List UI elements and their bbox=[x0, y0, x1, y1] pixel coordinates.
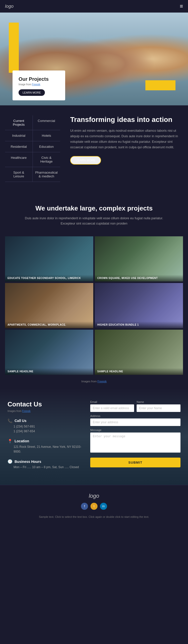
nav-transform-section: Current Projects Commercial Industrial H… bbox=[0, 105, 188, 192]
nav-row-3: Residential Education bbox=[5, 141, 60, 152]
nav-row-4: Healthcare Civic & Heritage bbox=[5, 152, 60, 167]
transform-learn-more-button[interactable]: LEARN MORE bbox=[70, 156, 101, 165]
footer-note: Sample text. Click to select the text bo… bbox=[5, 515, 183, 519]
footer-logo: logo bbox=[5, 493, 183, 499]
nav-item-hotels[interactable]: Hotels bbox=[33, 130, 60, 141]
message-label: Message bbox=[90, 428, 180, 432]
facebook-icon[interactable]: f bbox=[81, 503, 88, 510]
project-tile-5-label: SAMPLE HEADLINE bbox=[5, 368, 93, 375]
project-tile-6[interactable]: SAMPLE HEADLINE bbox=[95, 330, 183, 375]
twitter-icon[interactable]: t bbox=[90, 503, 98, 510]
submit-button[interactable]: SUBMIT bbox=[90, 458, 180, 467]
transform-content: Transforming ideas into action Ut enim a… bbox=[68, 115, 183, 182]
project-tile-6-label: SAMPLE HEADLINE bbox=[95, 368, 183, 375]
project-tile-4[interactable]: HIGHER EDUCATION BUNDLE 1 bbox=[95, 283, 183, 328]
contact-phone-1: 1 (234) 567-891 bbox=[8, 424, 83, 429]
project-tile-3-label: APARTMENTS, COMMERCIAL, WORKPLACE. bbox=[5, 321, 93, 328]
nav-item-residential[interactable]: Residential bbox=[5, 141, 33, 152]
contact-location-label: 📍 Location bbox=[8, 439, 83, 444]
project-tile-2[interactable]: CROWN SQUARE, MIXED USE DEVELOPMENT bbox=[95, 236, 183, 281]
nav-item-sport-leisure[interactable]: Sport & Leisure bbox=[5, 167, 33, 182]
project-tile-3[interactable]: APARTMENTS, COMMERCIAL, WORKPLACE. bbox=[5, 283, 93, 328]
contact-images-credit: Images from Freepik bbox=[8, 410, 83, 412]
nav-row-5: Sport & Leisure Pharmaceutical & medtech bbox=[5, 167, 60, 182]
email-label: Email bbox=[90, 400, 134, 403]
project-tile-2-label: CROWN SQUARE, MIXED USE DEVELOPMENT bbox=[95, 275, 183, 281]
hamburger-menu[interactable]: ≡ bbox=[180, 3, 183, 10]
transform-title: Transforming ideas into action bbox=[70, 115, 183, 124]
contact-business-hours: 🕐 Business Hours Mon – Fri ..... 10 am –… bbox=[8, 459, 83, 470]
social-icons: f t in bbox=[5, 503, 183, 510]
project-tile-5[interactable]: SAMPLE HEADLINE bbox=[5, 330, 93, 375]
large-projects-description: Duis aute irure dolor in reprehenderit i… bbox=[24, 216, 164, 226]
location-icon: 📍 bbox=[8, 439, 13, 444]
nav-item-current-projects[interactable]: Current Projects bbox=[5, 115, 33, 130]
transform-description: Ut enim ad minim veniam, quis nostrud ex… bbox=[70, 128, 183, 150]
form-group-email: Email bbox=[90, 400, 134, 412]
nav-item-industrial[interactable]: Industrial bbox=[5, 130, 33, 141]
contact-call-us: 📞 Call Us 1 (234) 567-891 1 (234) 987-65… bbox=[8, 418, 83, 434]
address-input[interactable] bbox=[90, 418, 180, 426]
form-row-email-name: Email Name bbox=[90, 400, 180, 412]
large-projects-title: We undertake large, complex projects bbox=[5, 204, 183, 212]
project-card-title: Our Projects bbox=[19, 76, 59, 82]
nav-item-pharma[interactable]: Pharmaceutical & medtech bbox=[33, 167, 60, 182]
hero-learn-more-button[interactable]: LEARN MORE bbox=[19, 89, 45, 96]
contact-address: 121 Rock Street, 21 Avenue, New York, NY… bbox=[8, 445, 83, 454]
large-projects-section: We undertake large, complex projects Dui… bbox=[0, 192, 188, 236]
contact-hours-label: 🕐 Business Hours bbox=[8, 459, 83, 464]
logo: logo bbox=[5, 4, 14, 9]
freepik-link[interactable]: Freepik bbox=[32, 83, 40, 86]
name-input[interactable] bbox=[137, 404, 180, 412]
linkedin-icon[interactable]: in bbox=[100, 503, 107, 510]
footer: logo f t in Sample text. Click to select… bbox=[0, 485, 188, 524]
clock-icon: 🕐 bbox=[8, 459, 13, 464]
contact-call-label: 📞 Call Us bbox=[8, 418, 83, 423]
nav-row-2: Industrial Hotels bbox=[5, 130, 60, 141]
contact-form: Email Name Address Message SUBMIT bbox=[90, 400, 180, 475]
project-card: Our Projects Image from Freepik LEARN MO… bbox=[13, 70, 65, 100]
contact-left: Contact Us Images from Freepik 📞 Call Us… bbox=[8, 400, 83, 475]
contact-freepik-link[interactable]: Freepik bbox=[22, 410, 30, 412]
hero-section: Our Projects Image from Freepik LEARN MO… bbox=[0, 13, 188, 105]
form-group-address: Address bbox=[90, 414, 180, 426]
header: logo ≡ bbox=[0, 0, 188, 13]
name-label: Name bbox=[137, 400, 180, 403]
form-group-name: Name bbox=[137, 400, 180, 412]
nav-row-1: Current Projects Commercial bbox=[5, 115, 60, 130]
contact-title: Contact Us bbox=[8, 400, 83, 408]
project-tile-4-label: HIGHER EDUCATION BUNDLE 1 bbox=[95, 321, 183, 328]
nav-item-civic-heritage[interactable]: Civic & Heritage bbox=[33, 152, 60, 167]
category-nav: Current Projects Commercial Industrial H… bbox=[5, 115, 60, 182]
project-card-subtitle: Image from Freepik bbox=[19, 83, 59, 86]
contact-phone-2: 1 (234) 987-654 bbox=[8, 429, 83, 434]
nav-item-commercial[interactable]: Commercial bbox=[33, 115, 60, 130]
message-textarea[interactable] bbox=[90, 433, 180, 453]
contact-location: 📍 Location 121 Rock Street, 21 Avenue, N… bbox=[8, 439, 83, 454]
project-grid: EDUCATE TOGETHER SECONDARY SCHOOL, LIMER… bbox=[0, 236, 188, 377]
contact-hours-text: Mon – Fri ..... 10 am – 8 pm, Sat, Sun .… bbox=[8, 465, 83, 470]
yellow-accent-top bbox=[9, 23, 19, 73]
phone-icon: 📞 bbox=[8, 418, 13, 423]
yellow-accent-right bbox=[145, 80, 175, 90]
address-label: Address bbox=[90, 414, 180, 417]
contact-section: Contact Us Images from Freepik 📞 Call Us… bbox=[0, 388, 188, 485]
project-tile-1[interactable]: EDUCATE TOGETHER SECONDARY SCHOOL, LIMER… bbox=[5, 236, 93, 281]
images-credit: Images from Freepik bbox=[0, 377, 188, 388]
freepik-credit-link[interactable]: Freepik bbox=[98, 380, 107, 383]
nav-item-healthcare[interactable]: Healthcare bbox=[5, 152, 33, 167]
email-input[interactable] bbox=[90, 404, 134, 412]
nav-item-education[interactable]: Education bbox=[33, 141, 60, 152]
form-group-message: Message bbox=[90, 428, 180, 453]
project-tile-1-label: EDUCATE TOGETHER SECONDARY SCHOOL, LIMER… bbox=[5, 275, 93, 281]
